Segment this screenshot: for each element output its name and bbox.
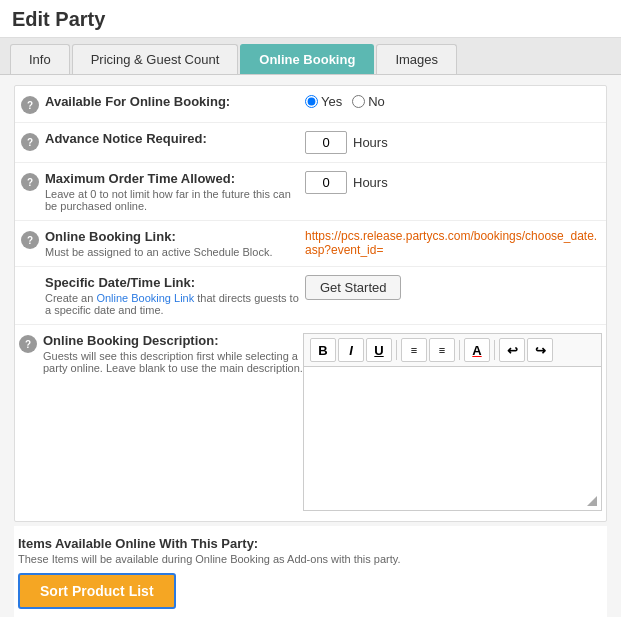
page-header: Edit Party (0, 0, 621, 38)
items-section: Items Available Online With This Party: … (14, 526, 607, 617)
bold-button[interactable]: B (310, 338, 336, 362)
specific-datetime-row: Specific Date/Time Link: Create an Onlin… (15, 267, 606, 325)
desc-help-circle[interactable]: ? (19, 335, 37, 353)
specific-datetime-sublabel-link[interactable]: Online Booking Link (96, 292, 194, 304)
tab-online-booking[interactable]: Online Booking (240, 44, 374, 74)
editor-toolbar: B I U ≡ ≡ A ↩ ↪ (303, 333, 602, 366)
content-area: ? Available For Online Booking: Yes No (0, 75, 621, 617)
max-order-control: Hours (305, 171, 600, 194)
fields-wrapper: ? Available For Online Booking: Yes No (14, 85, 607, 522)
max-order-input[interactable] (305, 171, 347, 194)
undo-button[interactable]: ↩ (499, 338, 525, 362)
available-booking-row: ? Available For Online Booking: Yes No (15, 86, 606, 123)
no-radio-label[interactable]: No (352, 94, 385, 109)
get-started-button[interactable]: Get Started (305, 275, 401, 300)
yes-no-radio-group: Yes No (305, 94, 385, 109)
online-booking-link-label: Online Booking Link: (45, 229, 176, 244)
tabs-bar: Info Pricing & Guest Count Online Bookin… (0, 38, 621, 75)
no-radio[interactable] (352, 95, 365, 108)
underline-button[interactable]: U (366, 338, 392, 362)
page-title: Edit Party (12, 8, 609, 31)
online-booking-link-control: https://pcs.release.partycs.com/bookings… (305, 229, 600, 257)
specific-datetime-label: Specific Date/Time Link: (45, 275, 195, 290)
max-order-help-icon[interactable]: ? (21, 173, 39, 191)
online-booking-link-sublabel: Must be assigned to an active Schedule B… (45, 246, 305, 258)
max-order-time-row: ? Maximum Order Time Allowed: Leave at 0… (15, 163, 606, 221)
advance-notice-unit: Hours (353, 135, 388, 150)
items-section-title: Items Available Online With This Party: (18, 536, 603, 551)
toolbar-sep-3 (494, 340, 495, 360)
italic-button[interactable]: I (338, 338, 364, 362)
online-booking-link-help-icon[interactable]: ? (21, 231, 39, 249)
description-textarea[interactable] (304, 367, 601, 507)
items-section-subtitle: These Items will be available during Onl… (18, 553, 603, 565)
online-booking-url[interactable]: https://pcs.release.partycs.com/bookings… (305, 229, 600, 257)
description-sublabel: Guests will see this description first w… (43, 350, 303, 374)
description-label: Online Booking Description: (43, 333, 219, 348)
online-booking-link-row: ? Online Booking Link: Must be assigned … (15, 221, 606, 267)
advance-notice-help-icon[interactable]: ? (21, 133, 39, 151)
toolbar-sep-1 (396, 340, 397, 360)
tab-images[interactable]: Images (376, 44, 457, 74)
max-order-label: Maximum Order Time Allowed: (45, 171, 235, 186)
ordered-list-button[interactable]: ≡ (401, 338, 427, 362)
yes-radio[interactable] (305, 95, 318, 108)
yes-radio-label[interactable]: Yes (305, 94, 342, 109)
advance-notice-control: Hours (305, 131, 600, 154)
available-booking-control: Yes No (305, 94, 600, 109)
redo-button[interactable]: ↪ (527, 338, 553, 362)
advance-notice-input[interactable] (305, 131, 347, 154)
tab-pricing-guest-count[interactable]: Pricing & Guest Count (72, 44, 239, 74)
sort-product-list-button[interactable]: Sort Product List (18, 573, 176, 609)
desc-help-icon[interactable]: ? (19, 335, 37, 353)
editor-area[interactable] (303, 366, 602, 511)
available-booking-label: Available For Online Booking: (45, 94, 230, 109)
max-order-unit: Hours (353, 175, 388, 190)
specific-datetime-sublabel: Create an Online Booking Link that direc… (45, 292, 305, 316)
available-booking-help-icon[interactable]: ? (21, 96, 39, 114)
font-color-button[interactable]: A (464, 338, 490, 362)
unordered-list-button[interactable]: ≡ (429, 338, 455, 362)
advance-notice-row: ? Advance Notice Required: Hours (15, 123, 606, 163)
max-order-sublabel: Leave at 0 to not limit how far in the f… (45, 188, 305, 212)
specific-datetime-control: Get Started (305, 275, 600, 300)
resize-handle[interactable] (587, 496, 599, 508)
toolbar-sep-2 (459, 340, 460, 360)
advance-notice-label: Advance Notice Required: (45, 131, 207, 146)
tab-info[interactable]: Info (10, 44, 70, 74)
description-editor-area: B I U ≡ ≡ A ↩ ↪ (303, 333, 602, 511)
description-row: ? Online Booking Description: Guests wil… (15, 325, 606, 519)
